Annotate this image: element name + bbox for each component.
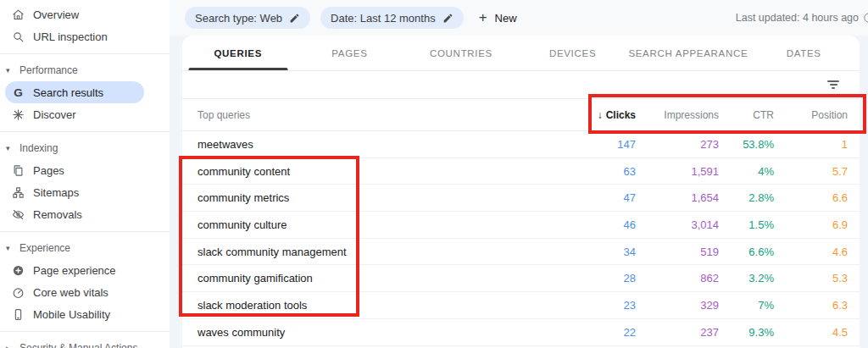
sidebar-item-page-experience[interactable]: Page experience [0,259,170,281]
chevron-down-icon: ▾ [6,144,14,152]
last-updated-text: Last updated: 4 hours ago [736,12,859,24]
sidebar-item-label: Sitemaps [33,186,79,199]
table-row[interactable]: meetwaves 147 273 53.8% 1 [182,131,860,158]
sidebar-item-discover[interactable]: Discover [0,103,170,125]
plus-icon: + [479,9,487,26]
ctr-cell: 9.3% [719,326,774,339]
impressions-cell: 237 [636,326,719,339]
impressions-cell: 1,654 [636,191,719,204]
sidebar-item-mobile-usability[interactable]: Mobile Usability [0,303,170,325]
clock-icon [863,12,868,24]
pages-icon [11,163,25,178]
chevron-down-icon: ▾ [6,66,14,75]
query-cell: community gamification [198,272,559,284]
tab-dates[interactable]: DATES [748,36,860,70]
sidebar-item-overview[interactable]: Overview [0,3,170,25]
sidebar-item-label: Search results [33,86,103,99]
clicks-cell: 46 [559,218,636,231]
query-cell: slack moderation tools [198,299,559,312]
sidebar-item-label: Pages [33,164,64,177]
column-header-position[interactable]: Position [774,109,848,121]
search-icon [11,30,25,44]
ctr-cell: 3.2% [719,272,774,284]
sidebar-section-label: Experience [19,242,70,254]
column-header-impressions[interactable]: Impressions [636,109,719,121]
sidebar-item-url-inspection[interactable]: URL inspection [0,25,170,47]
clicks-cell: 147 [559,138,636,151]
sidebar-item-pages[interactable]: Pages [0,159,170,181]
clicks-cell: 28 [559,272,636,284]
ctr-cell: 7% [719,299,774,312]
sidebar-divider [0,131,170,132]
sidebar-item-label: URL inspection [33,30,108,43]
position-cell: 1 [774,138,848,151]
table-row[interactable]: community culture 46 3,014 1.5% 6.9 [182,212,860,239]
tab-devices[interactable]: DEVICES [517,36,629,70]
sidebar: Overview URL inspection ▾ Performance G … [0,0,170,348]
sparkle-icon [11,108,25,122]
sidebar-item-label: Mobile Usability [33,308,110,321]
chevron-down-icon: ▾ [6,244,14,252]
home-icon [11,8,25,22]
sidebar-item-removals[interactable]: Removals [0,203,170,225]
filter-icon[interactable] [824,77,843,92]
gauge-icon [11,285,25,300]
position-cell: 6.6 [774,191,848,204]
tab-search-appearance[interactable]: SEARCH APPEARANCE [628,36,748,70]
topbar: Search type: Web Date: Last 12 months + … [170,0,868,36]
position-cell: 6.3 [774,299,848,312]
table-row[interactable]: slack moderation tools 23 329 7% 6.3 [182,292,860,319]
position-cell: 4.6 [774,246,848,258]
query-cell: community metrics [198,191,559,204]
phone-icon [11,307,25,322]
sitemap-icon [11,185,25,200]
search-type-chip[interactable]: Search type: Web [185,7,310,29]
sidebar-section-security-manual-actions[interactable]: ▸ Security & Manual Actions [0,337,170,348]
tab-pages[interactable]: PAGES [294,36,406,70]
query-cell: community content [198,165,559,178]
last-updated: Last updated: 4 hours ago [736,0,868,36]
position-cell: 4.5 [774,326,848,339]
table-row[interactable]: community gamification 28 862 3.2% 5.3 [182,265,860,292]
table-row[interactable]: community metrics 47 1,654 2.8% 6.6 [182,185,860,212]
sidebar-item-label: Removals [33,208,82,221]
sidebar-section-performance[interactable]: ▾ Performance [0,59,170,81]
sidebar-item-search-results[interactable]: G Search results [5,81,144,103]
query-cell: community culture [198,218,559,231]
tab-queries[interactable]: QUERIES [182,36,294,70]
edit-pencil-icon[interactable] [442,13,453,24]
sidebar-section-indexing[interactable]: ▾ Indexing [0,137,170,159]
edit-pencil-icon[interactable] [289,13,300,24]
column-header-ctr[interactable]: CTR [719,109,774,121]
sidebar-divider [0,331,170,332]
sidebar-section-experience[interactable]: ▾ Experience [0,237,170,259]
ctr-cell: 4% [719,165,774,178]
sidebar-item-label: Core web vitals [33,286,108,299]
position-cell: 6.9 [774,218,848,231]
column-header-clicks[interactable]: ↓Clicks [559,109,636,121]
date-filter-chip[interactable]: Date: Last 12 months [320,7,464,29]
chevron-right-icon: ▸ [6,344,14,348]
sidebar-item-label: Overview [33,8,79,21]
table-row[interactable]: slack community management 34 519 6.6% 4… [182,239,860,266]
ctr-cell: 2.8% [719,191,774,204]
sidebar-divider [0,231,170,232]
query-cell: meetwaves [198,138,559,151]
impressions-cell: 3,014 [636,218,719,231]
ctr-cell: 6.6% [719,246,774,258]
sidebar-item-core-web-vitals[interactable]: Core web vitals [0,281,170,303]
table-row[interactable]: waves community 22 237 9.3% 4.5 [182,319,860,346]
tab-countries[interactable]: COUNTRIES [405,36,517,70]
clicks-cell: 47 [559,191,636,204]
sidebar-item-sitemaps[interactable]: Sitemaps [0,181,170,203]
report-card: QUERIES PAGES COUNTRIES DEVICES SEARCH A… [182,36,860,348]
sidebar-section-label: Indexing [19,142,58,154]
impressions-cell: 862 [636,272,719,284]
clicks-cell: 23 [559,299,636,312]
table-row[interactable]: community content 63 1,591 4% 5.7 [182,158,860,185]
new-filter-button[interactable]: + New [479,9,517,26]
impressions-cell: 329 [636,299,719,312]
table-header-row: Top queries ↓Clicks Impressions CTR Posi… [182,99,860,131]
date-filter-chip-label: Date: Last 12 months [331,12,436,25]
clicks-cell: 34 [559,246,636,258]
